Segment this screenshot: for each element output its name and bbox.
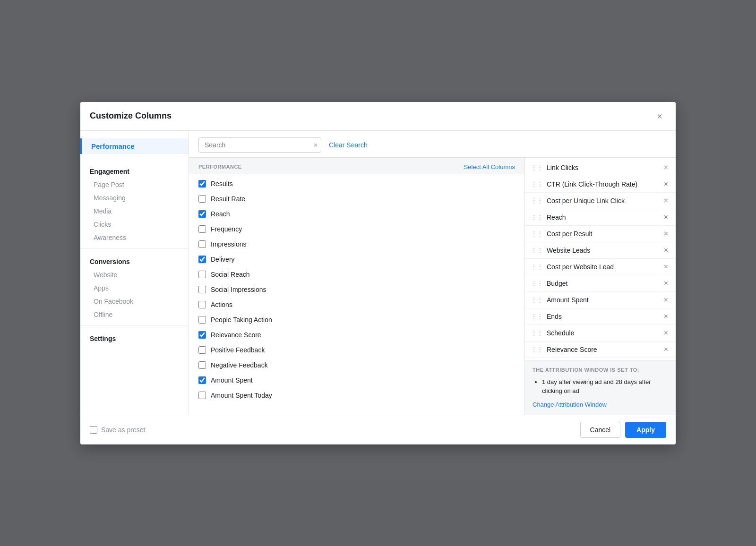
drag-handle-cost-unique-link-click[interactable]: ⋮⋮ <box>531 197 543 205</box>
checkbox-negative-feedback[interactable] <box>198 361 206 369</box>
footer-buttons: Cancel Apply <box>580 422 666 438</box>
selected-item-amount-spent: ⋮⋮ Amount Spent × <box>525 292 676 308</box>
checkbox-item-amount-spent[interactable]: Amount Spent <box>189 373 524 388</box>
selected-label-link-clicks: Link Clicks <box>547 164 658 171</box>
checkbox-item-social-impressions[interactable]: Social Impressions <box>189 282 524 297</box>
attribution-item: 1 day after viewing ad and 28 days after… <box>542 377 668 396</box>
selected-item-cost-per-result: ⋮⋮ Cost per Result × <box>525 226 676 242</box>
remove-budget-button[interactable]: × <box>662 280 670 287</box>
checkbox-item-reach[interactable]: Reach <box>189 206 524 222</box>
drag-handle-relevance-score[interactable]: ⋮⋮ <box>531 346 543 353</box>
checkbox-amount-spent-today[interactable] <box>198 392 206 399</box>
checkbox-item-relevance-score[interactable]: Relevance Score <box>189 327 524 342</box>
selected-item-relevance-score: ⋮⋮ Relevance Score × <box>525 341 676 358</box>
sidebar-section-conversions: Conversions Website Apps On Facebook Off… <box>80 252 189 321</box>
drag-handle-amount-spent[interactable]: ⋮⋮ <box>531 296 543 304</box>
sidebar-item-performance[interactable]: Performance <box>80 138 189 154</box>
remove-link-clicks-button[interactable]: × <box>662 164 670 171</box>
sidebar-item-media[interactable]: Media <box>80 205 189 218</box>
selected-label-budget: Budget <box>547 280 658 287</box>
sidebar-item-clicks[interactable]: Clicks <box>80 218 189 231</box>
selected-item-cost-unique-link-click: ⋮⋮ Cost per Unique Link Click × <box>525 193 676 209</box>
selected-item-schedule: ⋮⋮ Schedule × <box>525 325 676 341</box>
drag-handle-budget[interactable]: ⋮⋮ <box>531 280 543 287</box>
sidebar-item-page-post[interactable]: Page Post <box>80 178 189 191</box>
checkbox-social-impressions[interactable] <box>198 286 206 293</box>
remove-ends-button[interactable]: × <box>662 313 670 320</box>
sidebar-item-apps[interactable]: Apps <box>80 282 189 295</box>
selected-label-amount-spent: Amount Spent <box>547 296 658 304</box>
checkbox-item-negative-feedback[interactable]: Negative Feedback <box>189 358 524 373</box>
checkbox-item-social-reach[interactable]: Social Reach <box>189 267 524 282</box>
customize-columns-modal: Customize Columns × Performance Engageme… <box>80 102 676 444</box>
remove-ctr-button[interactable]: × <box>662 180 670 188</box>
checkbox-label-actions: Actions <box>211 301 232 308</box>
drag-handle-reach[interactable]: ⋮⋮ <box>531 213 543 221</box>
checkbox-reach[interactable] <box>198 210 206 218</box>
apply-button[interactable]: Apply <box>625 422 666 438</box>
checkbox-list: Results Result Rate Reach <box>189 174 524 405</box>
drag-handle-website-leads[interactable]: ⋮⋮ <box>531 247 543 254</box>
drag-handle-schedule[interactable]: ⋮⋮ <box>531 329 543 337</box>
drag-handle-cost-per-result[interactable]: ⋮⋮ <box>531 230 543 238</box>
performance-section-title: PERFORMANCE <box>198 164 242 170</box>
checkbox-actions[interactable] <box>198 301 206 308</box>
clear-search-button[interactable]: Clear Search <box>329 141 368 149</box>
remove-reach-button[interactable]: × <box>662 213 670 221</box>
selected-item-website-leads: ⋮⋮ Website Leads × <box>525 242 676 259</box>
drag-handle-ends[interactable]: ⋮⋮ <box>531 313 543 320</box>
checkbox-item-frequency[interactable]: Frequency <box>189 222 524 237</box>
checkbox-delivery[interactable] <box>198 256 206 263</box>
sidebar-item-awareness[interactable]: Awareness <box>80 231 189 244</box>
checkbox-label-delivery: Delivery <box>211 256 235 263</box>
checkbox-results[interactable] <box>198 180 206 188</box>
remove-amount-spent-button[interactable]: × <box>662 296 670 304</box>
checkbox-item-people-taking-action[interactable]: People Taking Action <box>189 312 524 327</box>
remove-cost-unique-link-click-button[interactable]: × <box>662 197 670 205</box>
attribution-list: 1 day after viewing ad and 28 days after… <box>533 377 668 396</box>
checkbox-item-impressions[interactable]: Impressions <box>189 237 524 252</box>
sidebar-item-website[interactable]: Website <box>80 268 189 282</box>
sidebar-item-offline[interactable]: Offline <box>80 308 189 321</box>
checkbox-amount-spent[interactable] <box>198 376 206 384</box>
checkbox-people-taking-action[interactable] <box>198 316 206 324</box>
remove-schedule-button[interactable]: × <box>662 329 670 337</box>
modal-close-button[interactable]: × <box>653 110 666 123</box>
checkbox-label-result-rate: Result Rate <box>211 195 245 203</box>
remove-website-leads-button[interactable]: × <box>662 247 670 254</box>
selected-label-schedule: Schedule <box>547 329 658 337</box>
remove-relevance-score-button[interactable]: × <box>662 346 670 353</box>
checkbox-relevance-score[interactable] <box>198 331 206 339</box>
drag-handle-link-clicks[interactable]: ⋮⋮ <box>531 164 543 171</box>
selected-label-reach: Reach <box>547 213 658 221</box>
sidebar-item-messaging[interactable]: Messaging <box>80 191 189 205</box>
save-preset-checkbox[interactable] <box>90 426 97 434</box>
checkbox-item-result-rate[interactable]: Result Rate <box>189 191 524 206</box>
drag-handle-ctr[interactable]: ⋮⋮ <box>531 180 543 188</box>
checkboxes-panel: PERFORMANCE Select All Columns Results R… <box>189 158 524 415</box>
checkbox-frequency[interactable] <box>198 225 206 233</box>
change-attribution-window-link[interactable]: Change Attribution Window <box>533 401 607 408</box>
attribution-title: THE ATTRIBUTION WINDOW IS SET TO: <box>533 367 668 373</box>
checkbox-impressions[interactable] <box>198 240 206 248</box>
sidebar-divider-2 <box>80 248 189 248</box>
checkbox-item-amount-spent-today[interactable]: Amount Spent Today <box>189 388 524 403</box>
remove-cost-per-website-lead-button[interactable]: × <box>662 263 670 271</box>
selected-label-cost-unique-link-click: Cost per Unique Link Click <box>547 197 658 205</box>
search-input[interactable] <box>198 137 321 153</box>
checkbox-social-reach[interactable] <box>198 271 206 278</box>
checkbox-item-positive-feedback[interactable]: Positive Feedback <box>189 342 524 358</box>
checkbox-item-actions[interactable]: Actions <box>189 297 524 312</box>
checkbox-positive-feedback[interactable] <box>198 346 206 354</box>
drag-handle-cost-per-website-lead[interactable]: ⋮⋮ <box>531 263 543 271</box>
checkbox-result-rate[interactable] <box>198 195 206 203</box>
checkbox-item-results[interactable]: Results <box>189 176 524 191</box>
checkbox-label-impressions: Impressions <box>211 240 246 248</box>
sidebar-item-on-facebook[interactable]: On Facebook <box>80 295 189 308</box>
checkbox-label-positive-feedback: Positive Feedback <box>211 346 265 354</box>
cancel-button[interactable]: Cancel <box>580 422 621 438</box>
checkbox-item-delivery[interactable]: Delivery <box>189 252 524 267</box>
select-all-button[interactable]: Select All Columns <box>464 163 515 171</box>
search-clear-icon-button[interactable]: × <box>314 142 318 148</box>
remove-cost-per-result-button[interactable]: × <box>662 230 670 238</box>
